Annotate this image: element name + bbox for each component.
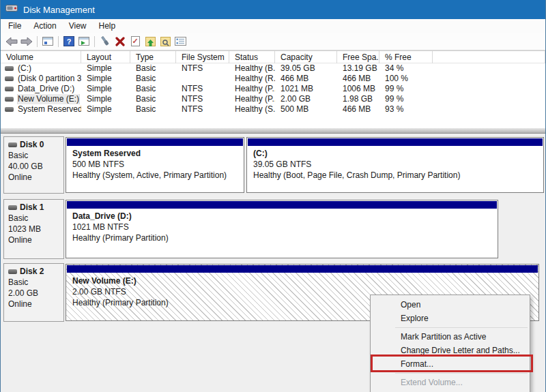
cell-pct-free: 99 %: [379, 84, 433, 94]
menu-bar: File Action View Help: [1, 19, 545, 33]
partition-name: System Reserved: [72, 148, 238, 159]
cell-status: Healthy (R...: [229, 74, 275, 84]
menu-item-extend-volume[interactable]: Extend Volume...: [371, 376, 530, 389]
volume-row-system-reserved[interactable]: System Reserved Simple Basic NTFS Health…: [1, 104, 545, 115]
partition-c[interactable]: (C:) 39.05 GB NTFS Healthy (Boot, Page F…: [246, 137, 544, 193]
partition-name: Data_Drive (D:): [72, 211, 491, 222]
partition-status: Healthy (Boot, Page File, Crash Dump, Pr…: [253, 170, 537, 181]
partition-status: Healthy (Primary Partition): [72, 232, 491, 243]
menu-help[interactable]: Help: [93, 19, 122, 33]
partition-detail: 39.05 GB NTFS: [253, 159, 537, 170]
volume-icon: [5, 107, 14, 112]
volume-row-c[interactable]: (C:) Simple Basic NTFS Healthy (B... 39.…: [1, 63, 545, 74]
disk-2-label[interactable]: Disk 2 Basic 2.00 GB Online: [3, 263, 64, 322]
console-tree-icon[interactable]: [40, 35, 55, 48]
cell-free-space: 1.98 GB: [337, 94, 379, 104]
cell-layout: Simple: [81, 94, 130, 104]
cell-file-system: NTFS: [176, 84, 229, 94]
menu-item-explore[interactable]: Explore: [371, 312, 530, 325]
column-header-capacity[interactable]: Capacity: [275, 51, 337, 63]
partition-data-drive[interactable]: Data_Drive (D:) 1021 MB NTFS Healthy (Pr…: [66, 200, 498, 258]
pane-splitter[interactable]: [1, 127, 545, 134]
volume-list: Volume Layout Type File System Status Ca…: [1, 50, 545, 127]
column-header-filler: [433, 51, 545, 63]
disk-1-label[interactable]: Disk 1 Basic 1023 MB Online: [3, 199, 64, 259]
volume-icon: [5, 97, 14, 102]
cell-file-system: NTFS: [176, 63, 229, 74]
cell-status: Healthy (P...: [229, 94, 275, 104]
menu-file[interactable]: File: [2, 19, 27, 33]
cell-capacity: 466 MB: [275, 74, 337, 84]
column-header-volume[interactable]: Volume: [1, 51, 81, 63]
cell-layout: Simple: [81, 63, 130, 74]
window-title: Disk Management: [23, 5, 95, 15]
menu-action[interactable]: Action: [27, 19, 62, 33]
volume-row-data-drive[interactable]: Data_Drive (D:) Simple Basic NTFS Health…: [1, 84, 545, 94]
cell-capacity: 1021 MB: [275, 84, 337, 94]
cell-free-space: 466 MB: [337, 104, 379, 115]
back-icon[interactable]: [4, 35, 19, 48]
disk-icon: [8, 269, 17, 274]
toolbar-separator: [37, 36, 38, 47]
volume-icon: [5, 87, 14, 91]
disk-icon: [8, 205, 17, 210]
volume-name: (C:): [18, 63, 31, 74]
column-header-file-system[interactable]: File System: [176, 51, 229, 63]
menu-item-shrink-volume[interactable]: Shrink Volume...: [371, 389, 530, 392]
partition-status-bar: [67, 265, 538, 273]
cell-type: Basic: [130, 84, 176, 94]
disk-0-label[interactable]: Disk 0 Basic 40.00 GB Online: [3, 136, 64, 194]
cell-file-system: NTFS: [176, 104, 229, 115]
cell-pct-free: 99 %: [379, 94, 433, 104]
partition-status-bar: [67, 138, 243, 146]
menu-item-mark-partition-active[interactable]: Mark Partition as Active: [371, 330, 530, 344]
volume-icon: [5, 66, 14, 71]
column-header-free-space[interactable]: Free Spa...: [337, 51, 379, 63]
window-left-border: [0, 0, 1, 392]
disk-state: Online: [8, 235, 59, 245]
show-action-pane-icon[interactable]: [76, 35, 91, 48]
disk-size: 2.00 GB: [8, 288, 59, 299]
cell-pct-free: 100 %: [379, 74, 433, 84]
cell-capacity: 500 MB: [275, 104, 337, 115]
toolbar-separator: [58, 36, 59, 47]
disk-kind: Basic: [8, 277, 59, 288]
disk-management-window: Disk Management File Action View Help ?: [0, 0, 546, 392]
device-tool-icon[interactable]: [98, 35, 113, 48]
cell-free-space: 1006 MB: [337, 84, 379, 94]
cell-capacity: 39.05 GB: [275, 63, 337, 74]
delete-volume-icon[interactable]: [113, 35, 128, 48]
partition-system-reserved[interactable]: System Reserved 500 MB NTFS Healthy (Sys…: [66, 137, 244, 193]
column-header-type[interactable]: Type: [130, 51, 176, 63]
column-header-status[interactable]: Status: [229, 51, 275, 63]
cell-type: Basic: [130, 63, 176, 74]
volume-name: Data_Drive (D:): [18, 84, 74, 94]
cell-layout: Simple: [81, 104, 130, 115]
help-icon[interactable]: ?: [61, 35, 76, 48]
disk-state: Online: [8, 172, 59, 183]
column-header-layout[interactable]: Layout: [81, 51, 130, 63]
volume-row-new-volume[interactable]: New Volume (E:) Simple Basic NTFS Health…: [1, 94, 545, 104]
title-bar[interactable]: Disk Management: [0, 0, 546, 19]
disk-drive-app-icon: [5, 3, 18, 16]
cell-pct-free: 34 %: [379, 63, 433, 74]
column-header-pct-free[interactable]: % Free: [379, 51, 433, 63]
disk-size: 40.00 GB: [8, 161, 59, 172]
volume-name: System Reserved: [18, 104, 81, 115]
cell-free-space: 13.19 GB: [337, 63, 379, 74]
menu-separator: [395, 327, 528, 328]
properties-list-icon[interactable]: [173, 35, 188, 48]
menu-item-open[interactable]: Open: [371, 298, 530, 312]
partition-status-bar: [248, 138, 543, 146]
cell-file-system: NTFS: [176, 94, 229, 104]
cell-type: Basic: [130, 94, 176, 104]
menu-separator: [395, 373, 528, 374]
task-check-icon[interactable]: ✓: [128, 35, 143, 48]
volume-row-disk0-partition3[interactable]: (Disk 0 partition 3) Simple Basic Health…: [1, 74, 545, 84]
forward-icon[interactable]: [19, 35, 34, 48]
disk-state: Online: [8, 299, 59, 310]
disk-name: Disk 2: [20, 266, 44, 277]
folder-search-icon[interactable]: [158, 35, 173, 48]
menu-view[interactable]: View: [63, 19, 93, 33]
folder-up-icon[interactable]: [143, 35, 158, 48]
